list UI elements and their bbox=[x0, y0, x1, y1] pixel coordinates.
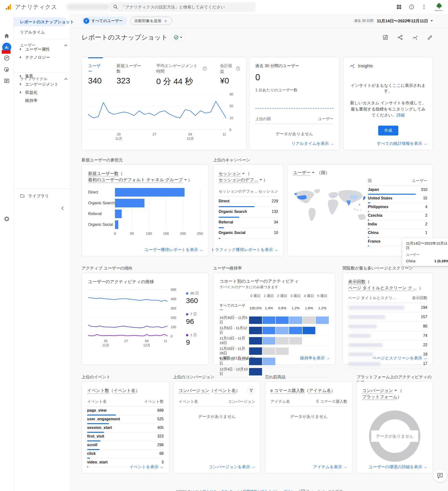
cohort-cell[interactable] bbox=[263, 316, 275, 324]
table-row[interactable]: 80 bbox=[348, 322, 427, 331]
sidebar-item[interactable]: 集客 bbox=[14, 72, 70, 80]
tab-new-users[interactable]: 新規ユーザー数 323 bbox=[117, 63, 143, 87]
footer-link-terms[interactable]: 利用規約 bbox=[243, 489, 257, 491]
help-icon[interactable]: ? bbox=[409, 4, 414, 10]
chevron-down-icon[interactable] bbox=[260, 179, 262, 180]
cohort-cell[interactable] bbox=[249, 347, 262, 355]
bar[interactable] bbox=[115, 188, 185, 197]
bar[interactable] bbox=[115, 220, 118, 229]
cohort-cell[interactable] bbox=[276, 327, 289, 334]
feedback-fab[interactable] bbox=[433, 469, 447, 482]
admin-list-icon[interactable] bbox=[4, 78, 10, 84]
table-row[interactable]: Philippines4 bbox=[368, 203, 427, 212]
cohort-cell[interactable] bbox=[289, 316, 302, 324]
cohort-cell[interactable] bbox=[302, 327, 316, 334]
view-conversions-link[interactable]: コンバージョンを表示 bbox=[209, 464, 255, 470]
help-icon[interactable] bbox=[203, 67, 207, 71]
view-realtime-link[interactable]: リアルタイムを表示 bbox=[291, 141, 334, 146]
footer-feedback[interactable]: フィードバックを送信 bbox=[306, 489, 342, 491]
sidebar-item[interactable]: ユーザー属性 bbox=[14, 45, 70, 53]
table-row[interactable]: Organic Social10 bbox=[219, 228, 278, 238]
cohort-cell[interactable] bbox=[302, 316, 316, 324]
sidebar-item[interactable]: テクノロジー bbox=[14, 53, 70, 61]
cohort-cell[interactable] bbox=[316, 316, 329, 324]
tab-total-revenue[interactable]: 合計収益 ¥0 bbox=[220, 63, 240, 87]
table-row[interactable]: Czechia2 bbox=[368, 212, 427, 220]
data-quality-badge[interactable] bbox=[171, 34, 185, 41]
sidebar-item-library[interactable]: ライブラリ bbox=[14, 192, 70, 200]
view-all-insights-link[interactable]: すべての統計情報を表示 bbox=[377, 141, 427, 146]
table-row[interactable]: Direct229 bbox=[219, 196, 278, 207]
table-row[interactable]: 194 bbox=[348, 303, 427, 312]
more-vert-icon[interactable] bbox=[421, 4, 427, 10]
view-items-link[interactable]: アイテムを表示 bbox=[313, 464, 347, 470]
account-name-redacted[interactable] bbox=[67, 4, 110, 10]
expand-arrow-icon[interactable] bbox=[20, 48, 21, 50]
collapse-sidebar-icon[interactable] bbox=[61, 207, 65, 210]
table-row[interactable]: click68 bbox=[87, 450, 164, 458]
chevron-down-icon[interactable] bbox=[312, 172, 314, 173]
chevron-down-icon[interactable] bbox=[394, 390, 397, 391]
view-traffic-link[interactable]: トラフィック獲得レポートを表示 bbox=[211, 247, 278, 253]
tab-users[interactable]: ユーザー 340 bbox=[88, 63, 103, 87]
table-row[interactable]: 22 bbox=[348, 340, 427, 350]
chevron-down-icon[interactable] bbox=[184, 179, 187, 180]
table-row[interactable]: India2 bbox=[368, 220, 427, 229]
table-row[interactable]: Japan310 bbox=[368, 186, 427, 194]
cohort-cell[interactable] bbox=[276, 337, 289, 345]
customize-report-icon[interactable] bbox=[382, 35, 388, 40]
all-users-chip[interactable]: す すべてのユーザー bbox=[82, 17, 127, 25]
share-icon[interactable] bbox=[397, 35, 403, 40]
learn-more-link[interactable]: 詳細 bbox=[397, 113, 405, 117]
sidebar-item-snapshot[interactable]: レポートのスナップショット bbox=[14, 17, 67, 26]
cohort-cell[interactable] bbox=[263, 337, 275, 345]
world-map[interactable] bbox=[292, 179, 376, 238]
table-row[interactable]: Organic Search132 bbox=[219, 207, 278, 217]
table-row[interactable]: 74 bbox=[348, 331, 427, 340]
edit-icon[interactable] bbox=[427, 35, 433, 40]
add-comparison-chip[interactable]: 比較対象を追加 ＋ bbox=[130, 17, 172, 25]
table-row[interactable]: first_visit323 bbox=[87, 433, 164, 441]
search-bar[interactable]: 「アナリティクスの設定方法」と検索してみてください bbox=[109, 2, 255, 12]
table-row[interactable]: Referral34 bbox=[219, 217, 278, 228]
filter-button[interactable] bbox=[247, 387, 255, 395]
advertising-icon[interactable] bbox=[4, 67, 10, 73]
cohort-cell[interactable] bbox=[249, 316, 262, 324]
cohort-cell[interactable] bbox=[249, 327, 262, 334]
cohort-cell[interactable] bbox=[289, 327, 302, 334]
cohort-cell[interactable] bbox=[289, 337, 302, 345]
table-row[interactable]: user_engagement525 bbox=[87, 415, 164, 424]
bar[interactable] bbox=[115, 209, 122, 218]
table-row[interactable]: United States15 bbox=[368, 194, 427, 203]
expand-arrow-icon[interactable] bbox=[20, 83, 21, 85]
table-row[interactable]: session_start405 bbox=[87, 424, 164, 433]
sidebar-item[interactable]: 維持率 bbox=[14, 96, 70, 104]
cohort-cell[interactable] bbox=[263, 358, 275, 365]
cohort-cell[interactable] bbox=[276, 316, 289, 324]
tab-engagement-time[interactable]: 平均エンゲージメント時間 0 分 44 秒 bbox=[156, 63, 207, 87]
home-icon[interactable] bbox=[4, 33, 10, 39]
view-acquisition-link[interactable]: ユーザー獲得レポートを表示 bbox=[145, 247, 203, 253]
sidebar-item-realtime[interactable]: リアルタイム bbox=[14, 28, 67, 37]
table-row[interactable]: scroll296 bbox=[87, 441, 164, 450]
settings-gear-icon[interactable] bbox=[4, 216, 10, 222]
cohort-cell[interactable] bbox=[276, 347, 289, 355]
cohort-cell[interactable] bbox=[263, 347, 275, 355]
insights-icon[interactable] bbox=[412, 35, 418, 40]
expand-arrow-icon[interactable] bbox=[20, 75, 21, 77]
apps-grid-icon[interactable] bbox=[396, 4, 402, 10]
table-row[interactable]: page_view689 bbox=[87, 407, 164, 415]
view-events-link[interactable]: イベントを表示 bbox=[129, 464, 164, 470]
chevron-down-icon[interactable] bbox=[242, 173, 244, 174]
view-pages-link[interactable]: ページとスクリーンを表示 bbox=[372, 355, 427, 361]
sidebar-item[interactable]: エンゲージメント bbox=[14, 80, 70, 88]
expand-arrow-icon[interactable] bbox=[20, 56, 21, 58]
explore-icon[interactable] bbox=[4, 55, 10, 61]
footer-link-privacy[interactable]: プライバシー ポリシー bbox=[260, 489, 298, 491]
cohort-cell[interactable] bbox=[249, 337, 262, 345]
table-row[interactable]: 157 bbox=[348, 312, 427, 322]
cohort-cell[interactable] bbox=[263, 327, 275, 334]
sidebar-item[interactable]: 収益化 bbox=[14, 88, 70, 96]
view-retention-link[interactable]: 維持率を表示 bbox=[300, 355, 330, 361]
cohort-cell[interactable] bbox=[249, 368, 262, 376]
